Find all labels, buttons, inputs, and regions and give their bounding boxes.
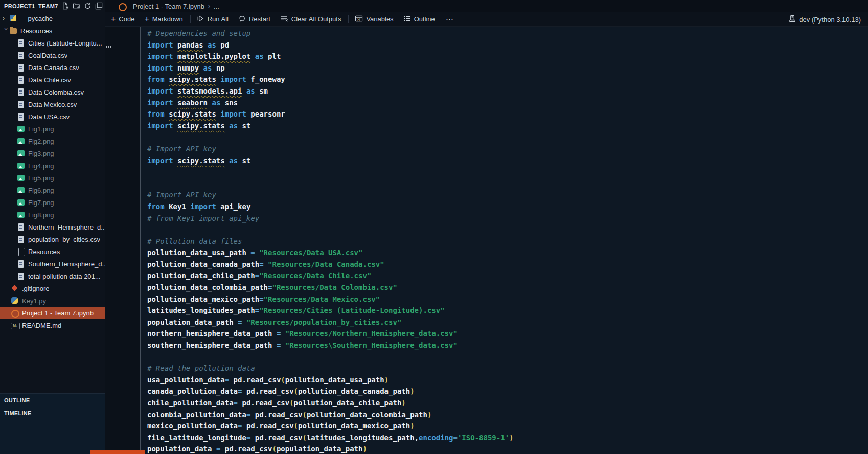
code-line: import scipy.stats as st xyxy=(147,120,868,132)
code-line: pollution_data_colombia_path="Resources/… xyxy=(147,282,868,293)
timeline-section-label: TIMELINE xyxy=(4,410,32,416)
file-item-fig8-png[interactable]: Fig8.png xyxy=(0,209,105,221)
code-line: canada_pollution_data= pd.read_csv(pollu… xyxy=(147,385,868,397)
breadcrumb[interactable]: Project 1 - Team 7.ipynb › ... xyxy=(105,0,868,12)
markdown-icon xyxy=(11,321,19,329)
file-item-data-usa-csv[interactable]: Data USA.csv xyxy=(0,110,105,123)
toolbar-divider xyxy=(190,15,191,23)
image-icon xyxy=(17,125,25,133)
file-item-label: Fig5.png xyxy=(28,174,54,182)
csv-icon xyxy=(17,272,25,280)
file-item-resources[interactable]: Resources xyxy=(0,245,105,258)
file-item-gitignore[interactable]: .gitignore xyxy=(0,282,105,294)
jupyter-icon xyxy=(11,309,19,317)
new-folder-icon[interactable] xyxy=(73,2,80,10)
plus-icon: + xyxy=(111,15,116,24)
file-item-coaldata-csv[interactable]: CoalData.csv xyxy=(0,49,105,61)
outline-icon xyxy=(403,15,411,24)
timeline-section-header[interactable]: TIMELINE xyxy=(0,406,105,419)
variables-button[interactable]: (x) Variables xyxy=(355,15,393,24)
clear-outputs-icon xyxy=(280,15,288,24)
explorer-title: PROJECT1_TEAM7 xyxy=(4,3,61,9)
file-item-label: Fig1.png xyxy=(28,125,54,133)
csv-icon xyxy=(17,223,25,231)
add-markdown-cell-button[interactable]: + Markdown xyxy=(144,15,182,24)
chevron-right-icon[interactable]: › xyxy=(3,15,9,21)
code-line: colombia_pollution_data= pd.read_csv(pol… xyxy=(147,409,868,421)
clear-all-outputs-button[interactable]: Clear All Outputs xyxy=(280,15,341,24)
file-item-resources[interactable]: ›Resources xyxy=(0,25,105,37)
file-item-southern-hemisphere-d[interactable]: Southern_Hemisphere_d... xyxy=(0,258,105,270)
file-item-pycache[interactable]: ›__pycache__ xyxy=(0,12,105,25)
file-item-fig5-png[interactable]: Fig5.png xyxy=(0,172,105,184)
add-code-label: Code xyxy=(119,15,134,23)
file-item-fig6-png[interactable]: Fig6.png xyxy=(0,184,105,196)
variables-icon: (x) xyxy=(355,15,363,24)
file-item-key1-py[interactable]: Key1.py xyxy=(0,294,105,307)
code-line: from scipy.stats import pearsonr xyxy=(147,108,868,120)
restart-icon xyxy=(238,15,246,24)
file-item-data-canada-csv[interactable]: Data Canada.csv xyxy=(0,61,105,74)
file-item-readme-md[interactable]: README.md xyxy=(0,319,105,331)
code-line: usa_pollution_data= pd.read_csv(pollutio… xyxy=(147,374,868,386)
outline-button[interactable]: Outline xyxy=(403,15,435,24)
refresh-icon[interactable] xyxy=(84,2,92,10)
file-item-label: Data Chile.csv xyxy=(28,76,71,84)
code-line: # Pollution data files xyxy=(147,236,868,247)
csv-icon xyxy=(17,51,25,59)
restart-label: Restart xyxy=(249,15,270,23)
file-item-data-mexico-csv[interactable]: Data Mexico.csv xyxy=(0,98,105,110)
file-item-label: Northern_Hemisphere_d... xyxy=(28,223,105,231)
outline-section-label: OUTLINE xyxy=(4,397,30,403)
file-item-cities-latitude-longitu[interactable]: Cities (Latitude-Longitu... xyxy=(0,37,105,49)
outline-section-header[interactable]: OUTLINE xyxy=(0,394,105,406)
add-markdown-label: Markdown xyxy=(152,15,183,23)
file-item-label: Resources xyxy=(20,27,52,35)
code-line: import scipy.stats as st xyxy=(147,155,868,167)
kernel-picker[interactable]: dev (Python 3.10.13) xyxy=(789,12,861,27)
file-item-population-by-cities-csv[interactable]: population_by_cities.csv xyxy=(0,233,105,245)
breadcrumb-more[interactable]: ... xyxy=(214,3,219,10)
file-item-label: Data Canada.csv xyxy=(28,64,79,72)
toolbar-divider xyxy=(348,15,349,23)
code-cell[interactable]: # Dependencies and setupimport pandas as… xyxy=(140,27,868,454)
file-item-fig2-png[interactable]: Fig2.png xyxy=(0,135,105,147)
csv-icon xyxy=(17,88,25,96)
file-item-label: .gitignore xyxy=(22,285,49,292)
image-icon xyxy=(17,174,25,182)
file-item-fig4-png[interactable]: Fig4.png xyxy=(0,160,105,172)
more-actions-button[interactable]: ⋯ xyxy=(446,15,454,24)
code-line: from Key1 import api_key xyxy=(147,201,868,213)
file-item-total-pollution-data-201[interactable]: total pollution data 201... xyxy=(0,270,105,282)
file-item-data-chile-csv[interactable]: Data Chile.csv xyxy=(0,74,105,86)
cell-code: # Dependencies and setupimport pandas as… xyxy=(141,27,868,454)
breadcrumb-filename[interactable]: Project 1 - Team 7.ipynb xyxy=(133,3,204,10)
file-item-project-1-team-7-ipynb[interactable]: Project 1 - Team 7.ipynb xyxy=(0,307,105,319)
file-item-fig3-png[interactable]: Fig3.png xyxy=(0,147,105,160)
image-icon xyxy=(17,137,25,145)
collapse-folders-icon[interactable] xyxy=(95,2,103,10)
file-item-fig1-png[interactable]: Fig1.png xyxy=(0,123,105,135)
file-item-label: Southern_Hemisphere_d... xyxy=(28,260,105,268)
python-icon xyxy=(9,14,17,22)
file-item-northern-hemisphere-d[interactable]: Northern_Hemisphere_d... xyxy=(0,221,105,233)
run-all-icon xyxy=(197,15,204,24)
code-line: # Dependencies and setup xyxy=(147,28,868,39)
run-all-label: Run All xyxy=(208,15,229,23)
add-code-cell-button[interactable]: + Code xyxy=(111,15,134,24)
code-line: file_latitude_longitude= pd.read_csv(lat… xyxy=(147,432,868,444)
file-item-fig7-png[interactable]: Fig7.png xyxy=(0,196,105,209)
run-all-button[interactable]: Run All xyxy=(197,15,229,24)
file-item-label: Resources xyxy=(28,248,60,256)
file-item-label: total pollution data 201... xyxy=(28,273,101,280)
csv-icon xyxy=(17,63,25,72)
file-item-data-colombia-csv[interactable]: Data Colombia.csv xyxy=(0,86,105,98)
file-item-label: Project 1 - Team 7.ipynb xyxy=(22,309,94,317)
file-item-label: Fig3.png xyxy=(28,150,54,157)
file-icon xyxy=(17,247,25,256)
cell-drag-handle-icon[interactable] xyxy=(106,46,111,48)
image-icon xyxy=(17,211,25,219)
restart-button[interactable]: Restart xyxy=(238,15,270,24)
new-file-icon[interactable] xyxy=(61,2,69,10)
chevron-down-icon[interactable]: › xyxy=(3,28,9,35)
